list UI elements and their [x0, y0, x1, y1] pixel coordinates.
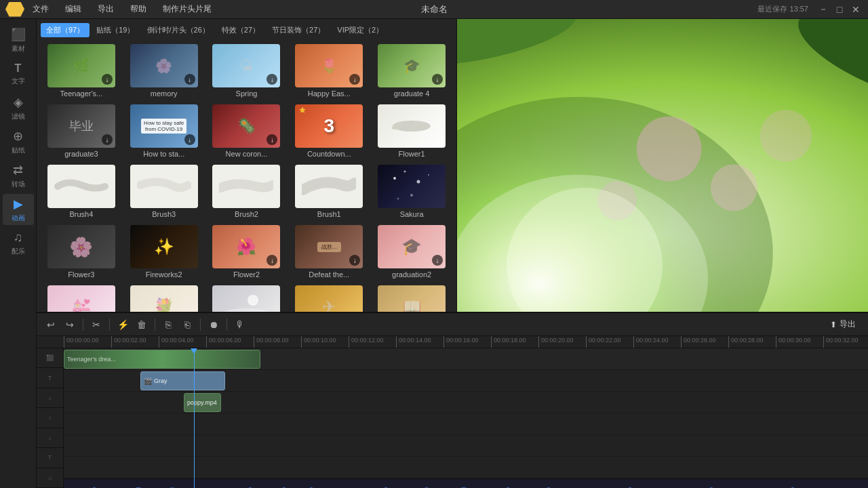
template-label: Brush4	[43, 210, 119, 218]
menu-help[interactable]: 帮助	[127, 2, 149, 16]
template-brush2[interactable]: Brush2	[208, 163, 286, 220]
track-content[interactable]: Teenager's drea... 🎬 Gray	[64, 348, 868, 488]
template-flower2[interactable]: 🌺 ↓ Flower2	[208, 224, 286, 280]
svg-point-24	[760, 110, 812, 162]
template-teenager[interactable]: 🌿 ↓ Teenager's...	[42, 43, 121, 99]
template-brush4[interactable]: Brush4	[42, 163, 121, 220]
sidebar-label-assets: 素材	[12, 44, 25, 54]
ruler-mark: 00:00:04.00	[159, 336, 206, 348]
sidebar-item-music[interactable]: ♫ 配乐	[3, 228, 34, 259]
copy-button[interactable]: ⎘	[159, 316, 177, 333]
track-header-audio3: ♪	[37, 428, 63, 448]
close-button[interactable]: ✕	[849, 3, 863, 16]
tab-special[interactable]: 特效（27）	[216, 23, 265, 37]
undo-button[interactable]: ↩	[42, 316, 60, 333]
tab-vip[interactable]: VIP限定（2）	[332, 23, 389, 37]
track-row-empty2	[64, 435, 868, 457]
sidebar-item-motion[interactable]: ▶ 动画	[3, 194, 34, 225]
sidebar-label-text: 文字	[12, 77, 25, 86]
ruler-mark: 00:00:12.00	[349, 336, 396, 348]
menu-export[interactable]: 导出	[95, 2, 117, 16]
template-flower1[interactable]: Flower1	[372, 103, 451, 159]
sidebar-label-stickers: 贴纸	[12, 146, 25, 155]
download-badge: ↓	[432, 255, 443, 266]
template-graduate4[interactable]: 🎓 ↓ graduate 4	[372, 43, 451, 99]
record-button[interactable]: ⏺	[205, 316, 222, 333]
svg-point-7	[397, 198, 399, 200]
ruler-mark: 00:00:24.00	[633, 336, 681, 348]
stickers-icon: ⊕	[13, 129, 23, 144]
split-button[interactable]: ⚡	[114, 316, 132, 333]
sidebar-item-stickers[interactable]: ⊕ 贴纸	[3, 126, 34, 157]
template-label: Brush3	[126, 210, 202, 218]
restore-button[interactable]: □	[833, 3, 846, 16]
ruler-mark: 00:00:16.00	[443, 336, 491, 348]
ruler-mark: 00:00:32.00	[823, 336, 868, 348]
template-newcoron[interactable]: 🦠 ↓ New coron...	[208, 103, 286, 159]
ruler-mark: 00:00:20.00	[538, 336, 586, 348]
clip-label: Teenager's drea...	[67, 356, 116, 363]
template-defeat[interactable]: 战胜... ↓ Defeat the...	[290, 224, 368, 280]
tab-daily[interactable]: 节日装饰（27）	[267, 23, 330, 37]
svg-point-22	[711, 164, 757, 211]
template-howto[interactable]: How to stay safefrom COVID-19 ↓ How to s…	[125, 103, 203, 159]
template-label: Flower3	[43, 270, 119, 279]
audio-clip-poppy[interactable]: poppy.mp4	[184, 393, 221, 412]
template-label: How to sta...	[126, 150, 202, 158]
tab-countdown[interactable]: 倒计时/片头（26）	[142, 23, 215, 37]
template-label: Flower1	[374, 150, 450, 158]
track-row-audioclip: poppy.mp4	[64, 392, 868, 413]
delete-button[interactable]: 🗑	[133, 316, 151, 333]
redo-button[interactable]: ↪	[61, 316, 79, 333]
template-happy-easter[interactable]: 🌷 ↓ Happy Eas...	[290, 43, 368, 99]
paste-button[interactable]: ⎗	[178, 316, 196, 333]
template-graduation2[interactable]: 🎓 ↓ graduation2	[372, 224, 451, 280]
record-voice-button[interactable]: 🎙	[231, 316, 249, 333]
video-clip-main[interactable]: Teenager's drea...	[64, 350, 260, 369]
audio-clip-label: poppy.mp4	[187, 399, 217, 406]
minimize-button[interactable]: －	[816, 3, 830, 16]
sidebar-item-assets[interactable]: ⬛ 素材	[3, 24, 34, 56]
track-header-audio2: ♪	[37, 408, 63, 428]
filters-icon: ◈	[14, 95, 23, 110]
export-button[interactable]: ⬆ 导出	[823, 317, 863, 332]
template-brush3[interactable]: Brush3	[125, 163, 203, 220]
menu-edit[interactable]: 编辑	[62, 2, 84, 16]
filter-tabs: 全部（97） 贴纸（19） 倒计时/片头（26） 特效（27） 节日装饰（27）…	[37, 19, 456, 37]
template-label: Brush2	[209, 210, 285, 218]
svg-point-4	[417, 180, 420, 184]
music-icon: ♫	[14, 230, 23, 245]
template-sakura[interactable]: Sakura	[372, 163, 451, 220]
menu-title-maker[interactable]: 制作片头片尾	[160, 2, 214, 16]
sidebar-item-filters[interactable]: ◈ 滤镜	[3, 92, 34, 123]
template-countdown[interactable]: ⭐ 3 Countdown...	[290, 103, 368, 159]
ruler-mark: 00:00:00.00	[64, 336, 111, 348]
svg-point-8	[248, 295, 258, 306]
template-label: memory	[126, 89, 202, 98]
template-label: Sakura	[374, 210, 450, 218]
template-graduate3[interactable]: 毕业 ↓ graduate3	[42, 103, 121, 159]
template-spring[interactable]: 🌤 ↓ Spring	[208, 43, 286, 99]
ruler-mark: 00:00:14.00	[396, 336, 443, 348]
template-label: Teenager's...	[43, 89, 119, 98]
toolbar-separator	[109, 319, 110, 331]
menu-file[interactable]: 文件	[30, 2, 52, 16]
motion-icon: ▶	[14, 197, 23, 211]
sidebar-item-transitions[interactable]: ⇄ 转场	[3, 160, 34, 191]
tab-fashion[interactable]: 贴纸（19）	[91, 23, 140, 37]
ruler-mark: 00:00:26.00	[681, 336, 728, 348]
tab-all[interactable]: 全部（97）	[41, 23, 90, 37]
template-label: graduate 4	[374, 89, 450, 98]
sidebar: ⬛ 素材 T 文字 ◈ 滤镜 ⊕ 贴纸 ⇄ 转场 ▶ 动画 ♫ 配乐	[0, 19, 37, 488]
ruler-mark: 00:00:08.00	[254, 336, 301, 348]
title-clip-gray[interactable]: 🎬 Gray	[140, 371, 225, 390]
template-label: Countdown...	[291, 150, 367, 158]
template-flower3[interactable]: 🌸 Flower3	[42, 224, 121, 280]
template-brush1[interactable]: Brush1	[290, 163, 368, 220]
tracks-inner: Teenager's drea... 🎬 Gray	[64, 348, 868, 488]
download-badge: ↓	[184, 74, 195, 85]
sidebar-item-text[interactable]: T 文字	[3, 58, 34, 89]
template-fireworks2[interactable]: ✨ Fireworks2	[125, 224, 203, 280]
cut-button[interactable]: ✂	[87, 316, 105, 333]
template-memory[interactable]: 🌸 ↓ memory	[125, 43, 203, 99]
